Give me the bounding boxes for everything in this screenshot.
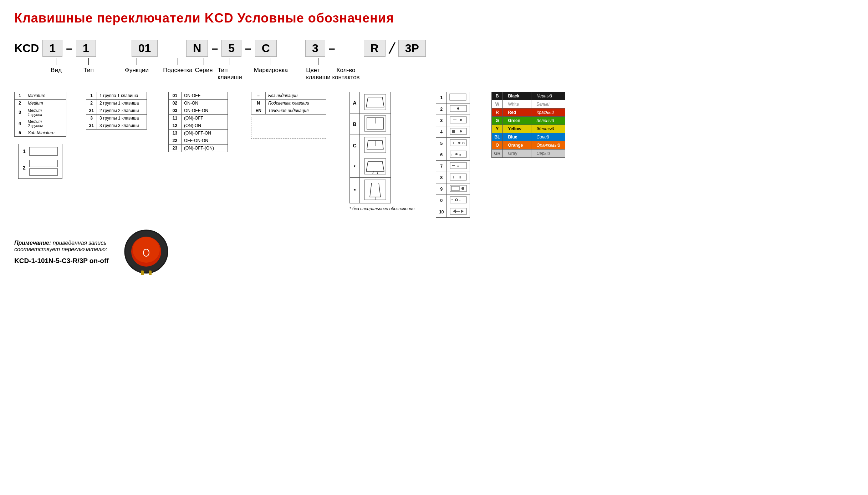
svg-rect-27 xyxy=(450,151,466,157)
keytype-row-star1: * xyxy=(350,156,391,178)
type-row: 31 3 группы 3 клавиши xyxy=(86,122,147,130)
type-row: 2 2 группы 1 клавиша xyxy=(86,100,147,107)
view-row: 1 Miniature xyxy=(15,92,66,100)
func-row: 03 ON-OFF-ON xyxy=(169,107,228,115)
key-shape-star1-svg xyxy=(363,158,388,175)
dash-4: – xyxy=(329,42,335,55)
key-shape-a-svg xyxy=(363,94,388,111)
type-row: 3 3 группы 1 клавиша xyxy=(86,115,147,122)
func-row: 22 OFF-ON-ON xyxy=(169,137,228,145)
svg-rect-0 xyxy=(364,94,386,110)
switch-illustration xyxy=(123,228,169,276)
code-box-tip: 1 xyxy=(76,40,96,57)
svg-marker-9 xyxy=(366,161,384,171)
svg-marker-47 xyxy=(461,209,464,213)
func-row: 02 ON-ON xyxy=(169,100,228,107)
svg-point-39 xyxy=(461,187,464,190)
label-marking: Маркировка xyxy=(254,67,288,74)
switch-code-label: KCD-1-101N-5-C3-R/3P on-off xyxy=(14,257,109,265)
svg-text:II: II xyxy=(459,176,461,179)
func-row: 12 (ON)-ON xyxy=(169,122,228,130)
code-box-backlight: N xyxy=(186,40,208,57)
view-row: 4 Medium2 группы xyxy=(15,118,66,129)
dash-1: – xyxy=(66,42,72,55)
func-row: 23 (ON)-OFF-(ON) xyxy=(169,145,228,152)
svg-text:I: I xyxy=(453,176,454,179)
svg-rect-38 xyxy=(451,186,459,191)
marking-row: 4 xyxy=(436,126,470,138)
type-row: 1 1 группа 1 клавиша xyxy=(86,92,147,100)
label-tip: Тип xyxy=(83,67,93,74)
svg-point-42 xyxy=(455,199,458,201)
bottom-section: Примечание: приведенная записьсоответств… xyxy=(14,228,854,276)
svg-rect-34 xyxy=(450,174,466,180)
dash-2: – xyxy=(211,42,218,55)
svg-rect-53 xyxy=(149,271,152,275)
color-row-blue: BL Blue Синий xyxy=(492,133,565,141)
type-row: 21 2 группы 2 клавиши xyxy=(86,107,147,115)
view-row: 5 Sub-Miniature xyxy=(15,129,66,137)
svg-text:=: = xyxy=(457,165,459,168)
color-row-black: B Black Черный xyxy=(492,92,565,100)
svg-point-50 xyxy=(133,237,160,263)
svg-marker-45 xyxy=(453,209,456,213)
svg-point-29 xyxy=(455,153,458,155)
color-row-green: G Green Зеленый xyxy=(492,117,565,125)
label-func: Функции xyxy=(125,67,149,74)
slash: ╱ xyxy=(389,43,395,54)
marking-row: 8 III xyxy=(436,172,470,183)
code-box-marking: 3 xyxy=(305,40,325,57)
backlight-row: – Без индикации xyxy=(251,92,326,100)
keytype-row-b: B xyxy=(350,113,391,135)
code-box-func: 01 xyxy=(132,40,158,57)
code-box-keytype: C xyxy=(255,40,277,57)
keytype-row-a: A xyxy=(350,92,391,113)
svg-rect-17 xyxy=(450,117,466,123)
marking-row: 0 = xyxy=(436,195,470,206)
key-shape-c-svg xyxy=(363,136,388,153)
no-designation-note: * без специального обозначения xyxy=(349,206,414,211)
color-row-white: W White Белый xyxy=(492,100,565,108)
key-shape-b-svg xyxy=(363,115,388,132)
color-row-gray: GR Gray Серый xyxy=(492,150,565,158)
view-section: 1 Miniature 2 Medium 3 Medium1 группа 4 … xyxy=(14,92,66,179)
label-contacts: Кол-воконтактов xyxy=(332,67,359,81)
color-row-yellow: Y Yellow Желтый xyxy=(492,125,565,133)
backlight-row: N Подсветка клавиши xyxy=(251,100,326,107)
keytype-row-star2: * xyxy=(350,178,391,203)
type-section: 1 1 группа 1 клавиша 2 2 группы 1 клавиш… xyxy=(86,92,147,130)
key-shape-star2-svg xyxy=(363,179,388,201)
key-type-section: A B xyxy=(349,92,414,211)
svg-text:I: I xyxy=(451,153,452,156)
view-row: 2 Medium xyxy=(15,100,66,107)
code-box-vid: 1 xyxy=(42,40,62,57)
keytype-row-c: C xyxy=(350,135,391,156)
code-box-contacts: 3P xyxy=(398,40,426,57)
label-color: Цвет клавиши xyxy=(306,67,331,81)
marking-section: 1 2 3 4 xyxy=(436,92,470,218)
marking-row: 10 xyxy=(436,206,470,218)
svg-point-22 xyxy=(460,130,462,132)
svg-marker-1 xyxy=(366,97,384,107)
dash-3: – xyxy=(245,42,251,55)
note-text-block: Примечание: приведенная записьсоответств… xyxy=(14,240,109,265)
svg-rect-52 xyxy=(141,271,144,275)
svg-text:II: II xyxy=(459,153,461,156)
svg-text:O: O xyxy=(462,141,465,145)
svg-rect-8 xyxy=(364,158,386,174)
svg-point-16 xyxy=(457,107,459,110)
backlight-row: EN Точечная индикация xyxy=(251,107,326,115)
label-series: Серия xyxy=(195,67,213,74)
svg-text:=: = xyxy=(459,199,461,202)
marking-row: 6 III xyxy=(436,149,470,161)
marking-row: 2 xyxy=(436,103,470,115)
label-vid: Вид xyxy=(51,67,62,74)
label-backlight: Подсветка xyxy=(163,67,193,74)
svg-line-10 xyxy=(373,171,373,174)
svg-text:I: I xyxy=(453,141,454,145)
svg-rect-21 xyxy=(452,130,455,133)
func-row: 13 (ON)-OFF-ON xyxy=(169,130,228,137)
label-keytype: Тип клавиши xyxy=(218,67,242,81)
func-row: 11 (ON)-OFF xyxy=(169,115,228,122)
marking-row: 1 xyxy=(436,92,470,103)
